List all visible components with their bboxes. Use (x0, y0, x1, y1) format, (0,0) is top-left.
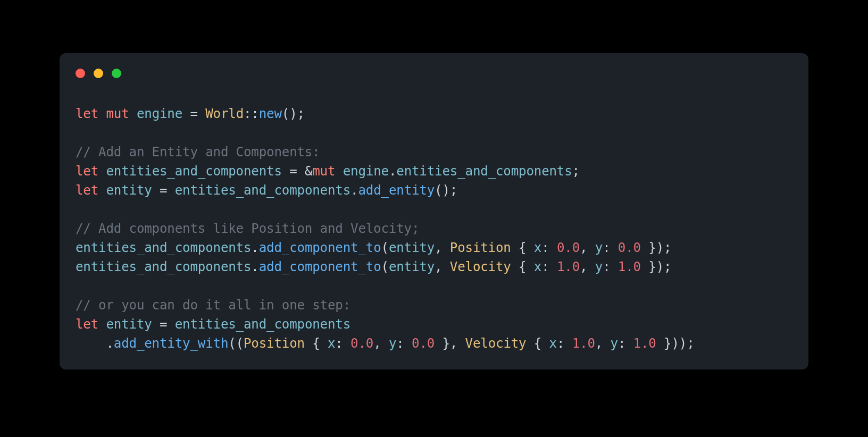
code-token: 1.0 (572, 336, 595, 351)
code-token: entities_and_components (76, 259, 251, 274)
code-token: }); (641, 240, 671, 255)
code-token: // Add components like Position and Velo… (76, 221, 419, 236)
code-token: ( (381, 240, 389, 255)
code-token: y (389, 336, 396, 351)
code-token: 0.0 (350, 336, 373, 351)
code-token: , (435, 259, 450, 274)
code-line (76, 123, 792, 142)
code-line: .add_entity_with((Position { x: 0.0, y: … (76, 334, 792, 353)
code-token: x (534, 240, 541, 255)
code-block: let mut engine = World::new(); // Add an… (60, 80, 808, 369)
code-token: . (251, 240, 258, 255)
code-token: : (557, 336, 572, 351)
maximize-icon[interactable] (112, 69, 121, 78)
code-token: entity (389, 259, 435, 274)
code-token: x (549, 336, 557, 351)
code-token: mut (106, 106, 136, 121)
code-token: : (541, 259, 557, 274)
code-token: entities_and_components (175, 183, 350, 198)
code-token: add_component_to (259, 240, 381, 255)
code-token: 0.0 (412, 336, 435, 351)
code-token: = & (282, 164, 312, 179)
code-token: , (595, 336, 611, 351)
code-token: y (611, 336, 618, 351)
code-token: , (373, 336, 389, 351)
code-token: ( (381, 259, 389, 274)
code-window: let mut engine = World::new(); // Add an… (60, 53, 808, 369)
code-token: { (305, 336, 328, 351)
code-token: . (350, 183, 358, 198)
code-line: let entity = entities_and_components (76, 315, 792, 334)
code-token: . (389, 164, 396, 179)
code-line: entities_and_components.add_component_to… (76, 257, 792, 276)
code-token: 1.0 (633, 336, 656, 351)
code-token: entities_and_components (175, 317, 350, 332)
code-token: , (435, 240, 450, 255)
code-token: : (335, 336, 350, 351)
code-token: Position (244, 336, 305, 351)
window-titlebar (60, 53, 808, 80)
code-token: engine (137, 106, 182, 121)
code-token: { (511, 259, 534, 274)
code-line: // or you can do it all in one step: (76, 296, 792, 315)
code-token: x (534, 259, 541, 274)
code-token: })); (656, 336, 695, 351)
code-line: let entities_and_components = &mut engin… (76, 162, 792, 181)
code-token: : (618, 336, 633, 351)
code-token: entities_and_components (76, 240, 251, 255)
code-token: add_entity_with (114, 336, 228, 351)
code-token: let (76, 183, 106, 198)
code-token: . (251, 259, 258, 274)
code-token: : (603, 240, 618, 255)
code-token: let (76, 106, 106, 121)
code-token: Velocity (465, 336, 527, 351)
code-token: (( (228, 336, 244, 351)
code-token: add_component_to (259, 259, 381, 274)
code-line: let mut engine = World::new(); (76, 104, 792, 123)
code-token: (); (435, 183, 457, 198)
code-token: { (511, 240, 534, 255)
code-line: let entity = entities_and_components.add… (76, 181, 792, 200)
code-token: : (603, 259, 618, 274)
code-token: = (152, 317, 175, 332)
code-token: add_entity (358, 183, 435, 198)
close-icon[interactable] (76, 69, 85, 78)
code-token: : (396, 336, 412, 351)
code-line: entities_and_components.add_component_to… (76, 238, 792, 257)
code-token: // Add an Entity and Components: (76, 145, 320, 159)
code-token: , (580, 240, 595, 255)
code-token: let (76, 164, 106, 179)
code-token: World (205, 106, 244, 121)
code-token: Velocity (450, 259, 511, 274)
minimize-icon[interactable] (94, 69, 103, 78)
code-token: engine (343, 164, 389, 179)
code-token: : (541, 240, 557, 255)
code-line: // Add components like Position and Velo… (76, 219, 792, 238)
code-token: :: (244, 106, 259, 121)
code-token: let (76, 317, 106, 332)
code-token: entities_and_components (396, 164, 572, 179)
code-token: entity (106, 183, 152, 198)
code-token: mut (312, 164, 343, 179)
code-token: , (580, 259, 595, 274)
code-token: 0.0 (557, 240, 580, 255)
code-token: x (328, 336, 335, 351)
code-line (76, 276, 792, 296)
code-token: = (152, 183, 175, 198)
code-token: 1.0 (618, 259, 641, 274)
code-token: 0.0 (618, 240, 641, 255)
code-token: }, (435, 336, 465, 351)
code-token: (); (282, 106, 305, 121)
code-token: y (595, 240, 603, 255)
code-token: Position (450, 240, 511, 255)
code-token: entity (389, 240, 435, 255)
code-token: y (595, 259, 603, 274)
code-token: }); (641, 259, 671, 274)
code-token: { (526, 336, 549, 351)
code-token: entities_and_components (106, 164, 281, 179)
code-line (76, 200, 792, 219)
code-token: ; (572, 164, 580, 179)
code-token: = (182, 106, 205, 121)
code-token: // or you can do it all in one step: (76, 298, 350, 313)
code-token: entity (106, 317, 152, 332)
